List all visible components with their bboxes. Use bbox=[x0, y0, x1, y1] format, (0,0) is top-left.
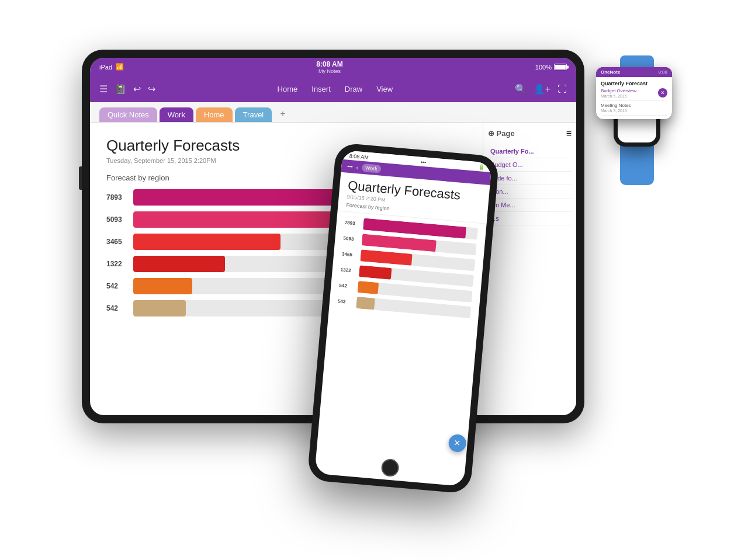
battery-icon bbox=[554, 64, 567, 70]
notebook-icon[interactable]: 📓 bbox=[115, 84, 126, 95]
battery-label: 100% bbox=[535, 64, 552, 71]
hamburger-icon[interactable]: ☰ bbox=[99, 84, 108, 95]
status-center: 8:08 AM My Notes bbox=[316, 60, 343, 74]
bar-label-6: 542 bbox=[106, 304, 127, 312]
status-left: iPad 📶 bbox=[99, 63, 124, 71]
scene: iPad 📶 8:08 AM My Notes 100% ☰ bbox=[53, 32, 695, 528]
watch-container: OneNote 8:08 Quarterly Forecast Budget O… bbox=[614, 55, 660, 185]
watch-notification: OneNote 8:08 Quarterly Forecast Budget O… bbox=[596, 67, 672, 119]
page-item-4[interactable]: Mon... bbox=[488, 185, 572, 199]
right-panel: ⊕ Page ≡ Quarterly Fo... Budget O... Sli… bbox=[483, 123, 576, 415]
iphone-bar-label-6: 542 bbox=[338, 298, 354, 304]
page-item-1[interactable]: Quarterly Fo... bbox=[488, 145, 572, 158]
bar-fill-5 bbox=[133, 278, 192, 294]
panel-header: ⊕ Page ≡ bbox=[488, 128, 572, 139]
toolbar-nav: Home Insert Draw View bbox=[164, 85, 507, 93]
iphone-chart: 7893 5093 3465 bbox=[317, 211, 487, 462]
iphone-section-tag[interactable]: Work bbox=[361, 163, 381, 173]
iphone-battery: 🔋 bbox=[478, 164, 485, 171]
tab-home[interactable]: Home bbox=[196, 107, 233, 122]
iphone-back-icon[interactable]: ‹ bbox=[356, 164, 358, 170]
status-right: 100% bbox=[535, 64, 567, 71]
bar-label-5: 542 bbox=[106, 282, 127, 290]
page-item-2[interactable]: Budget O... bbox=[488, 158, 572, 172]
page-item-6[interactable]: ...s bbox=[488, 212, 572, 225]
iphone-time: 8:08 AM bbox=[349, 152, 369, 160]
page-item-3[interactable]: Slide fo... bbox=[488, 172, 572, 185]
add-tab-button[interactable]: + bbox=[274, 106, 291, 122]
iphone-signal: ••• bbox=[420, 159, 426, 165]
iphone-bar-label-5: 542 bbox=[339, 282, 355, 288]
iphone-bar-fill-5 bbox=[358, 281, 379, 294]
iphone-home-button[interactable] bbox=[380, 458, 400, 477]
watch-notif-item-1[interactable]: Budget OverviewMarch 5, 2015 bbox=[601, 86, 667, 101]
iphone-bar-fill-3 bbox=[360, 249, 413, 266]
watch-notif-item-2[interactable]: Meeting NotesMarch 3, 2015 bbox=[601, 101, 667, 116]
nav-view[interactable]: View bbox=[376, 85, 393, 93]
wifi-icon: 📶 bbox=[116, 63, 124, 71]
tab-quick-notes[interactable]: Quick Notes bbox=[99, 107, 157, 122]
add-person-icon[interactable]: 👤+ bbox=[534, 84, 550, 95]
bar-fill-2 bbox=[133, 211, 346, 228]
bar-label-2: 5093 bbox=[106, 215, 127, 224]
iphone-screen: 8:08 AM ••• 🔋 ••• ‹ Work Quarterly Forec… bbox=[314, 149, 491, 486]
nav-home[interactable]: Home bbox=[278, 85, 298, 93]
bar-label-1: 7893 bbox=[106, 193, 127, 201]
tablet-status-bar: iPad 📶 8:08 AM My Notes 100% bbox=[90, 58, 576, 76]
redo-icon[interactable]: ↪ bbox=[148, 84, 155, 95]
panel-menu-icon[interactable]: ≡ bbox=[566, 128, 572, 139]
watch-notif-title: Quarterly Forecast bbox=[601, 81, 667, 86]
iphone-bar-label-2: 5093 bbox=[343, 235, 359, 242]
fullscreen-icon[interactable]: ⛶ bbox=[557, 84, 567, 95]
panel-title: ⊕ Page bbox=[488, 129, 515, 138]
tab-travel[interactable]: Travel bbox=[235, 107, 272, 122]
watch-notif-close-button[interactable]: ✕ bbox=[658, 88, 667, 98]
status-notebook: My Notes bbox=[316, 68, 343, 74]
iphone: 8:08 AM ••• 🔋 ••• ‹ Work Quarterly Forec… bbox=[307, 142, 499, 493]
nav-insert[interactable]: Insert bbox=[311, 85, 331, 93]
watch-notif-time: 8:08 bbox=[658, 69, 667, 75]
iphone-bar-label-4: 1322 bbox=[340, 267, 356, 273]
page-item-5[interactable]: am Me... bbox=[488, 199, 572, 212]
status-time: 8:08 AM bbox=[316, 60, 343, 68]
bar-label-4: 1322 bbox=[106, 260, 127, 268]
search-icon[interactable]: 🔍 bbox=[515, 84, 527, 95]
bar-fill-4 bbox=[133, 256, 225, 272]
nav-draw[interactable]: Draw bbox=[345, 85, 362, 93]
device-label: iPad bbox=[99, 64, 112, 71]
tablet-toolbar: ☰ 📓 ↩ ↪ Home Insert Draw View 🔍 👤+ ⛶ bbox=[90, 76, 576, 102]
bar-fill-3 bbox=[133, 234, 280, 250]
tablet-side-button[interactable] bbox=[79, 166, 82, 190]
toolbar-right: 🔍 👤+ ⛶ bbox=[515, 84, 567, 95]
toolbar-left: ☰ 📓 ↩ ↪ bbox=[99, 84, 155, 95]
iphone-bar-fill-6 bbox=[356, 297, 375, 310]
iphone-bar-label-3: 3465 bbox=[342, 251, 358, 258]
bar-fill-6 bbox=[133, 300, 186, 316]
notebook-tabs: Quick Notes Work Home Travel + bbox=[90, 102, 576, 123]
iphone-bar-label-1: 7893 bbox=[345, 220, 361, 226]
watch-notif-app-name: OneNote bbox=[601, 69, 620, 75]
watch-band-bottom bbox=[620, 144, 654, 185]
iphone-dots-icon: ••• bbox=[347, 163, 353, 169]
watch-notif-header: OneNote 8:08 bbox=[596, 67, 672, 77]
watch-notif-body: Quarterly Forecast Budget OverviewMarch … bbox=[596, 77, 672, 119]
undo-icon[interactable]: ↩ bbox=[133, 84, 141, 95]
iphone-bar-fill-2 bbox=[362, 234, 437, 252]
tab-work[interactable]: Work bbox=[160, 107, 193, 122]
iphone-bar-fill-4 bbox=[359, 265, 392, 280]
bar-label-3: 3465 bbox=[106, 238, 127, 246]
